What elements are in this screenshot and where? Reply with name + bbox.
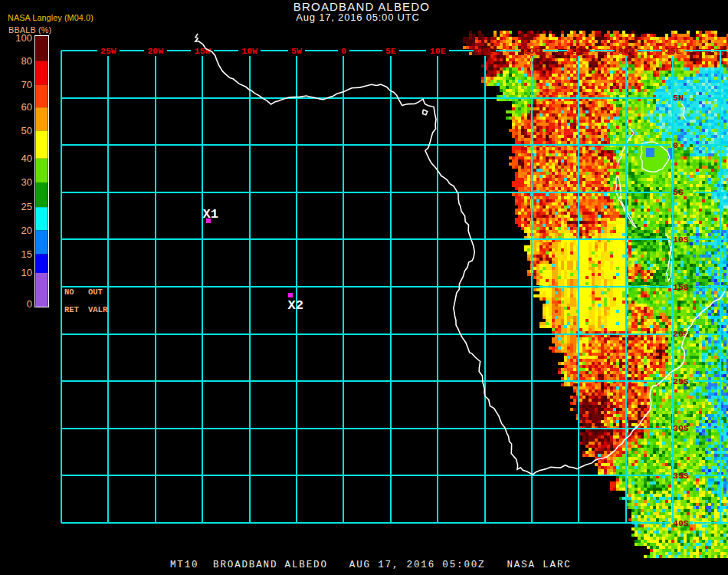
- svg-text:20E: 20E: [524, 46, 540, 56]
- svg-text:30: 30: [21, 176, 32, 188]
- svg-text:10E: 10E: [430, 46, 446, 56]
- svg-text:5W: 5W: [291, 46, 302, 56]
- svg-text:60: 60: [21, 101, 32, 113]
- svg-text:30S: 30S: [673, 423, 689, 433]
- svg-text:RET: RET: [64, 305, 79, 314]
- svg-text:15S: 15S: [673, 282, 689, 292]
- svg-text:10: 10: [21, 267, 32, 278]
- svg-text:30E: 30E: [618, 46, 634, 56]
- svg-text:70: 70: [21, 79, 32, 90]
- svg-text:25E: 25E: [571, 46, 587, 56]
- svg-text:5N: 5N: [673, 93, 684, 103]
- svg-text:25S: 25S: [673, 376, 689, 386]
- svg-text:40: 40: [21, 153, 32, 164]
- svg-text:80: 80: [21, 55, 32, 67]
- svg-text:35E: 35E: [665, 46, 681, 56]
- svg-text:X1: X1: [203, 207, 218, 222]
- svg-text:40S: 40S: [673, 518, 689, 528]
- svg-text:25: 25: [21, 201, 32, 212]
- svg-text:5E: 5E: [385, 46, 396, 56]
- svg-text:10W: 10W: [241, 46, 257, 56]
- svg-text:15: 15: [21, 248, 32, 260]
- svg-text:5S: 5S: [673, 187, 684, 197]
- svg-text:20: 20: [21, 225, 32, 236]
- svg-text:NO: NO: [64, 288, 74, 297]
- svg-text:0: 0: [27, 298, 32, 310]
- svg-text:15W: 15W: [195, 46, 211, 56]
- svg-text:35S: 35S: [673, 471, 689, 481]
- svg-text:50: 50: [21, 125, 32, 136]
- svg-text:OUT: OUT: [88, 288, 103, 297]
- svg-text:0: 0: [673, 140, 678, 150]
- svg-text:15E: 15E: [477, 46, 493, 56]
- svg-text:10S: 10S: [673, 235, 689, 245]
- svg-text:X2: X2: [288, 298, 303, 313]
- svg-text:25W: 25W: [100, 46, 116, 56]
- svg-text:20W: 20W: [147, 46, 163, 56]
- svg-text:VALR: VALR: [88, 305, 108, 314]
- svg-text:0: 0: [341, 46, 346, 56]
